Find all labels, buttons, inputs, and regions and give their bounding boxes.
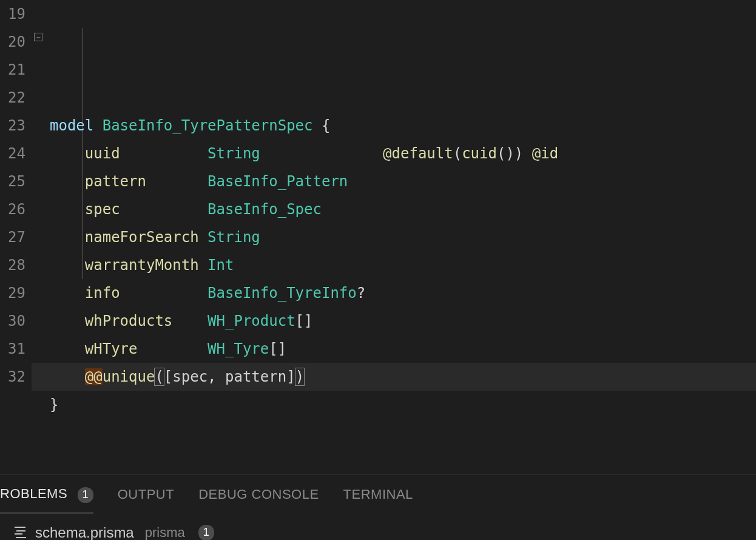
code-line[interactable]: whProducts WH_Product[] [32, 307, 756, 335]
line-number: 26 [0, 195, 25, 223]
code-line[interactable]: @@unique([spec, pattern]) [32, 363, 756, 391]
problems-file-row[interactable]: schema.prisma prisma 1 [15, 524, 756, 541]
code-line[interactable] [32, 419, 756, 447]
code-line[interactable]: uuid String @default(cuid()) @id [32, 140, 756, 167]
line-number: 27 [0, 223, 25, 251]
file-icon [15, 526, 28, 539]
code-line[interactable]: } [32, 391, 756, 419]
line-number: 23 [0, 112, 25, 140]
tab-terminal[interactable]: TERMINAL [343, 487, 413, 502]
problems-list: schema.prisma prisma 1 ✕ Attribute not k… [0, 512, 756, 541]
line-number: 24 [0, 140, 25, 167]
line-number: 20 [0, 28, 25, 56]
bottom-panel: ROBLEMS 1 OUTPUT DEBUG CONSOLE TERMINAL … [0, 474, 756, 540]
code-line[interactable]: warrantyMonth Int [32, 251, 756, 279]
code-line[interactable] [32, 447, 756, 474]
panel-tabs: ROBLEMS 1 OUTPUT DEBUG CONSOLE TERMINAL [0, 482, 756, 512]
problems-file-type: prisma [145, 525, 185, 541]
code-editor[interactable]: 1920212223242526272829303132 model BaseI… [0, 0, 756, 474]
code-line[interactable]: info BaseInfo_TyreInfo? [32, 279, 756, 307]
code-line[interactable]: spec BaseInfo_Spec [32, 195, 756, 223]
code-area[interactable]: model BaseInfo_TyrePatternSpec { uuid St… [32, 0, 756, 474]
line-number-gutter: 1920212223242526272829303132 [0, 0, 32, 474]
line-number: 28 [0, 251, 25, 279]
fold-toggle-icon[interactable]: − [34, 33, 42, 41]
code-line[interactable]: model BaseInfo_TyrePatternSpec { [32, 112, 756, 140]
code-line[interactable]: nameForSearch String [32, 223, 756, 251]
problems-count-badge: 1 [78, 487, 93, 503]
tab-problems-label: ROBLEMS [0, 486, 67, 501]
line-number: 31 [0, 335, 25, 363]
code-line[interactable]: pattern BaseInfo_Pattern [32, 167, 756, 195]
line-number: 19 [0, 0, 25, 28]
tab-problems[interactable]: ROBLEMS 1 [0, 486, 93, 513]
problems-file-name: schema.prisma [35, 524, 134, 541]
code-line[interactable]: wHTyre WH_Tyre[] [32, 335, 756, 363]
tab-output[interactable]: OUTPUT [118, 487, 174, 502]
line-number: 30 [0, 307, 25, 335]
line-number: 25 [0, 167, 25, 195]
code-line[interactable] [32, 84, 756, 112]
line-number: 32 [0, 363, 25, 391]
line-number: 21 [0, 56, 25, 84]
problems-file-count-badge: 1 [198, 525, 214, 541]
line-number: 22 [0, 84, 25, 112]
line-number: 29 [0, 279, 25, 307]
tab-debug-console[interactable]: DEBUG CONSOLE [198, 487, 319, 502]
